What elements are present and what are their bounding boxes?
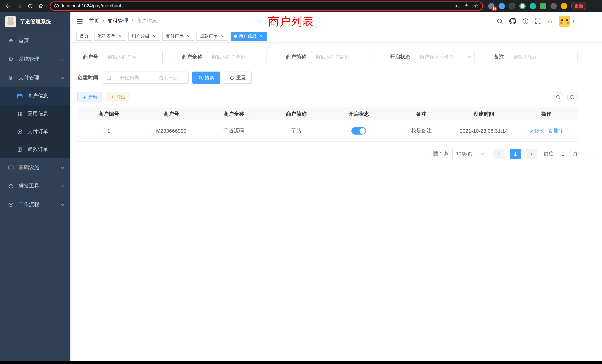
field-label: 商户全称 bbox=[182, 54, 202, 60]
date-start-input[interactable] bbox=[113, 75, 147, 80]
close-icon[interactable]: × bbox=[186, 33, 191, 39]
refresh-button[interactable] bbox=[567, 92, 578, 102]
breadcrumb-item-payment[interactable]: 支付管理 bbox=[108, 18, 128, 24]
browser-extensions-area: 10 更新 ⋮ bbox=[487, 2, 599, 10]
github-icon[interactable] bbox=[509, 18, 516, 24]
dashboard-icon bbox=[7, 38, 14, 43]
fullscreen-icon[interactable] bbox=[535, 18, 541, 24]
hamburger-icon[interactable] bbox=[76, 18, 83, 24]
export-button[interactable]: 导出 bbox=[106, 92, 130, 102]
search-icon[interactable] bbox=[497, 18, 503, 24]
close-icon[interactable]: × bbox=[152, 33, 157, 39]
cell-full-name: 芋道源码 bbox=[203, 120, 265, 141]
sidebar-item-app-info[interactable]: 应用信息 bbox=[0, 105, 70, 123]
sidebar-item-workflow[interactable]: 工作流程 bbox=[0, 195, 70, 214]
browser-back-icon[interactable] bbox=[3, 1, 13, 11]
tab-user-group[interactable]: 用户分组 × bbox=[128, 32, 160, 41]
add-button[interactable]: 新增 bbox=[77, 92, 102, 102]
toolbar-right bbox=[553, 92, 578, 102]
extension-icon[interactable] bbox=[550, 3, 557, 9]
tab-home[interactable]: 首页 bbox=[76, 32, 92, 41]
tab-pay-order[interactable]: 支付订单 × bbox=[162, 32, 194, 41]
extension-icon[interactable] bbox=[509, 3, 515, 9]
merchant-no-input[interactable] bbox=[103, 51, 163, 63]
sidebar-item-payment[interactable]: ¥ 支付管理 bbox=[0, 69, 70, 87]
font-size-icon[interactable]: TT bbox=[547, 18, 553, 24]
extension-icon[interactable] bbox=[519, 3, 526, 9]
edit-link[interactable]: 修改 bbox=[529, 128, 544, 134]
sidebar-item-refund-order[interactable]: 退款订单 bbox=[0, 140, 70, 158]
goto-page-input[interactable] bbox=[556, 149, 570, 159]
user-avatar[interactable] bbox=[559, 16, 570, 27]
close-icon[interactable]: × bbox=[118, 33, 123, 39]
caret-down-icon: ▾ bbox=[572, 19, 575, 23]
sidebar-item-dev-tools[interactable]: 研发工具 bbox=[0, 177, 70, 195]
sidebar-item-infrastructure[interactable]: 基础设施 bbox=[0, 158, 70, 177]
extension-icon[interactable] bbox=[530, 3, 536, 9]
cell-short-name: 芋艿 bbox=[265, 120, 327, 141]
browser-reload-icon[interactable] bbox=[25, 1, 35, 11]
user-menu[interactable]: ▾ bbox=[559, 16, 575, 27]
remark-input[interactable] bbox=[509, 51, 578, 63]
cell-status bbox=[327, 120, 390, 141]
toggle-search-button[interactable] bbox=[553, 92, 563, 102]
browser-menu-icon[interactable]: ⋮ bbox=[591, 3, 598, 9]
delete-link[interactable]: 删除 bbox=[548, 128, 563, 134]
date-range-picker[interactable]: - bbox=[103, 72, 189, 84]
bookmark-star-icon[interactable]: ☆ bbox=[474, 3, 479, 9]
page-number-button[interactable]: 1 bbox=[510, 149, 521, 159]
sidebar-item-pay-order[interactable]: 支付订单 bbox=[0, 123, 70, 140]
table-toolbar: 新增 导出 bbox=[77, 92, 578, 102]
date-end-input[interactable] bbox=[151, 75, 185, 80]
field-label: 商户号 bbox=[77, 54, 98, 60]
sidebar-item-home[interactable]: 首页 bbox=[0, 32, 70, 50]
sidebar-item-merchant-info[interactable]: 商户信息 bbox=[0, 87, 70, 105]
page-size-select[interactable]: 10条/页 bbox=[452, 149, 488, 159]
close-icon[interactable]: × bbox=[220, 33, 225, 39]
status-select[interactable] bbox=[415, 51, 475, 63]
column-header: 商户简称 bbox=[265, 107, 327, 120]
record-circle-icon bbox=[16, 129, 23, 134]
site-info-icon[interactable] bbox=[54, 3, 59, 8]
browser-home-icon[interactable] bbox=[36, 1, 46, 11]
sidebar-item-label: 基础设施 bbox=[19, 164, 39, 171]
browser-forward-icon[interactable] bbox=[14, 1, 24, 11]
tab-refund-order[interactable]: 退款订单 × bbox=[196, 32, 228, 41]
date-separator: - bbox=[148, 75, 150, 80]
prev-page-button[interactable] bbox=[493, 149, 505, 159]
logo-image bbox=[5, 16, 16, 27]
password-key-icon[interactable] bbox=[454, 3, 460, 9]
tab-process-form[interactable]: 流程表单 × bbox=[94, 32, 126, 41]
extension-icon[interactable] bbox=[499, 3, 505, 9]
screen: localhost:1024/pay/merchant ☆ 10 bbox=[0, 0, 602, 364]
short-name-input[interactable] bbox=[311, 51, 371, 63]
search-button[interactable]: 搜索 bbox=[192, 72, 220, 84]
chevron-down-icon bbox=[60, 203, 64, 207]
annotation-text: 商户列表 bbox=[268, 14, 314, 29]
document-icon bbox=[16, 147, 23, 152]
logo-row[interactable]: 芋道管理系统 bbox=[0, 12, 70, 32]
tab-merchant-info[interactable]: 商户信息 × bbox=[231, 32, 267, 41]
filter-merchant-no: 商户号 bbox=[77, 51, 163, 63]
extension-icon[interactable]: 10 bbox=[488, 3, 494, 9]
filter-status: 开启状态 bbox=[390, 51, 475, 63]
breadcrumb: 首页 / 支付管理 / 商户信息 bbox=[89, 18, 157, 24]
share-icon[interactable] bbox=[464, 3, 469, 9]
full-name-input[interactable] bbox=[207, 51, 267, 63]
help-icon[interactable]: ? bbox=[522, 18, 529, 24]
browser-update-button[interactable]: 更新 bbox=[571, 2, 586, 10]
page-content: 商户号 商户全称 商户简称 开启状态 bbox=[70, 42, 602, 364]
cell-remark: 我是备注 bbox=[390, 120, 452, 141]
monitor-icon bbox=[7, 165, 14, 170]
address-bar[interactable]: localhost:1024/pay/merchant ☆ bbox=[50, 1, 483, 11]
extension-icon[interactable] bbox=[540, 3, 546, 9]
app-window: 芋道管理系统 首页 ⚙ 系统管理 ¥ 支付管理 bbox=[0, 12, 602, 364]
next-page-button[interactable] bbox=[526, 149, 537, 159]
sidebar-item-system[interactable]: ⚙ 系统管理 bbox=[0, 50, 70, 69]
app-title: 芋道管理系统 bbox=[20, 18, 51, 25]
close-icon[interactable]: × bbox=[259, 33, 264, 39]
status-toggle-on[interactable] bbox=[351, 127, 366, 135]
extension-icon[interactable] bbox=[561, 3, 567, 9]
reset-button[interactable]: 重置 bbox=[224, 72, 252, 84]
breadcrumb-item-home[interactable]: 首页 bbox=[89, 18, 99, 24]
